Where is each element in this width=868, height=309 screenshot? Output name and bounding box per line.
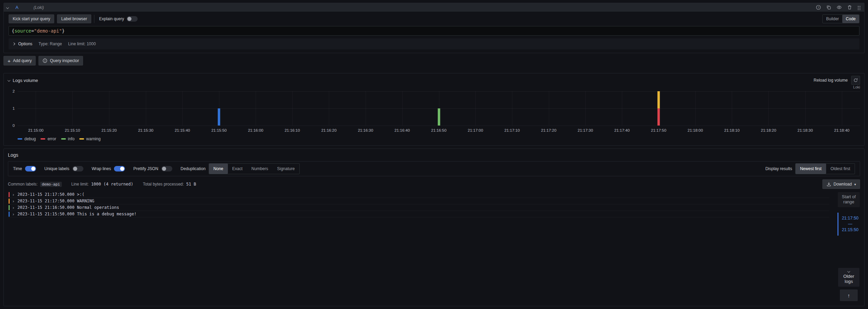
expand-row-icon[interactable]: ›	[12, 199, 15, 204]
expand-row-icon[interactable]: ›	[12, 192, 15, 197]
query-inspector-button[interactable]: Query inspector	[38, 56, 83, 66]
expand-row-icon[interactable]: ›	[12, 212, 15, 217]
range-separator: —	[842, 221, 859, 227]
x-axis-tick-label: 21:15:00	[28, 128, 44, 132]
logs-volume-title[interactable]: Logs volume	[13, 78, 38, 83]
query-options-row[interactable]: Options Type: Range Line limit: 1000	[9, 38, 859, 49]
explain-query-toggle[interactable]	[127, 16, 138, 22]
range-to: 21:15:50	[842, 227, 859, 233]
toggle-label: Unique labels	[44, 166, 69, 171]
chevron-down-icon[interactable]	[7, 7, 9, 9]
editor-mode-builder[interactable]: Builder	[823, 15, 842, 23]
log-row-error[interactable]: ›2023-11-15 21:17:50.000 >:(	[8, 191, 829, 198]
range-from: 21:17:50	[842, 215, 859, 221]
x-axis-tick-label: 21:17:10	[505, 128, 520, 132]
x-gridline	[292, 91, 293, 126]
x-axis-tick-label: 21:16:40	[394, 128, 410, 132]
x-axis-tick-label: 21:18:00	[687, 128, 703, 132]
sort-option-oldest-first[interactable]: Oldest first	[826, 164, 855, 174]
y-axis-tick-label: 0	[13, 123, 15, 128]
toggle-field-unique-labels: Unique labels	[44, 166, 83, 171]
legend-label: info	[68, 136, 74, 141]
common-labels-badge: demo-api	[40, 182, 62, 187]
dedup-option-signature[interactable]: Signature	[273, 164, 299, 174]
copy-icon[interactable]	[826, 5, 831, 10]
dedup-option-none[interactable]: None	[209, 164, 228, 174]
dedup-option-exact[interactable]: Exact	[228, 164, 247, 174]
toolbar-divider	[94, 15, 94, 23]
add-query-button[interactable]: + Add query	[3, 56, 36, 66]
sort-option-newest-first[interactable]: Newest first	[796, 164, 826, 174]
download-icon	[826, 182, 831, 187]
legend-item-error[interactable]: error	[40, 136, 56, 141]
x-axis-tick-label: 21:18:20	[761, 128, 776, 132]
options-line-limit-summary: Line limit: 1000	[68, 41, 96, 46]
query-token: {	[12, 28, 14, 34]
chevron-down-icon[interactable]	[8, 79, 10, 81]
chevron-right-icon	[13, 43, 15, 45]
svg-text:?: ?	[818, 6, 819, 9]
line-limit-meta: Line limit: 1000 (4 returned)	[71, 182, 134, 187]
toggle-field-wrap-lines: Wrap lines	[92, 166, 125, 171]
time-range-indicator[interactable]: 21:17:50 — 21:15:50	[837, 213, 860, 236]
volume-bar-info	[438, 108, 440, 126]
expand-row-icon[interactable]: ›	[12, 205, 15, 210]
label-browser-button[interactable]: Label browser	[57, 14, 91, 23]
log-row-info[interactable]: ›2023-11-15 21:16:50.000 Normal operatio…	[8, 204, 829, 211]
x-gridline	[146, 91, 146, 126]
query-row-header[interactable]: A (Loki) ?	[4, 3, 864, 12]
toggle-field-prettify-json: Prettify JSON	[133, 166, 172, 171]
scroll-to-top-button[interactable]: ↑	[840, 289, 858, 301]
x-gridline	[402, 91, 403, 126]
legend-item-warning[interactable]: warning	[79, 136, 101, 141]
display-results-label: Display results	[765, 166, 792, 171]
deduplication-field: Deduplication NoneExactNumbersSignature	[181, 163, 299, 174]
x-axis-tick-label: 21:16:30	[358, 128, 373, 132]
trash-icon[interactable]	[847, 5, 852, 10]
query-token: "demo-api"	[34, 28, 62, 34]
query-token: }	[62, 28, 65, 34]
x-axis-tick-label: 21:16:00	[248, 128, 263, 132]
x-gridline	[695, 91, 696, 126]
prettify-json-toggle[interactable]	[161, 166, 172, 171]
dedup-option-numbers[interactable]: Numbers	[247, 164, 273, 174]
x-axis-tick-label: 21:17:00	[468, 128, 483, 132]
log-level-indicator	[9, 192, 10, 197]
log-row-warning[interactable]: ›2023-11-15 21:17:50.000 WARNING	[8, 198, 829, 204]
reload-log-volume-button[interactable]	[851, 76, 860, 85]
unique-labels-toggle[interactable]	[72, 166, 83, 171]
x-gridline	[842, 91, 842, 126]
display-results-field: Display results Newest firstOldest first	[765, 163, 855, 174]
download-button[interactable]: Download ▾	[822, 179, 860, 189]
legend-swatch	[40, 138, 45, 140]
logs-navigation: Start of range 21:17:50 — 21:15:50 Older…	[837, 192, 860, 302]
help-icon[interactable]: ?	[816, 5, 821, 10]
eye-icon[interactable]	[836, 5, 842, 10]
x-gridline	[36, 91, 36, 126]
x-gridline	[768, 91, 769, 126]
time-toggle[interactable]	[25, 166, 36, 171]
kick-start-query-button[interactable]: Kick start your query	[9, 14, 54, 23]
x-axis-tick-label: 21:15:20	[101, 128, 117, 132]
x-axis-tick-label: 21:18:30	[798, 128, 813, 132]
x-gridline	[182, 91, 183, 126]
x-gridline	[72, 91, 73, 126]
drag-handle-icon[interactable]	[857, 5, 861, 10]
older-logs-button[interactable]: Older logs	[838, 268, 859, 287]
log-row-debug[interactable]: ›2023-11-15 21:15:50.000 This is a debug…	[8, 211, 829, 217]
legend-label: warning	[86, 136, 101, 141]
toggle-field-time: Time	[13, 166, 36, 171]
x-axis-tick-label: 21:15:40	[175, 128, 190, 132]
query-code-input[interactable]: {source="demo-api"}	[9, 26, 859, 36]
wrap-lines-toggle[interactable]	[114, 166, 125, 171]
legend-item-info[interactable]: info	[61, 136, 74, 141]
volume-bar-debug	[218, 108, 220, 126]
x-axis-tick-label: 21:18:40	[834, 128, 849, 132]
query-editor-card: A (Loki) ? Kick start your query Label b…	[3, 3, 865, 53]
editor-mode-code[interactable]: Code	[842, 15, 859, 23]
chart-legend: debugerrorinfowarning	[18, 136, 860, 142]
logs-volume-plot: 012	[18, 91, 860, 126]
x-axis-tick-label: 21:16:10	[285, 128, 300, 132]
x-gridline	[366, 91, 366, 126]
legend-item-debug[interactable]: debug	[18, 136, 36, 141]
